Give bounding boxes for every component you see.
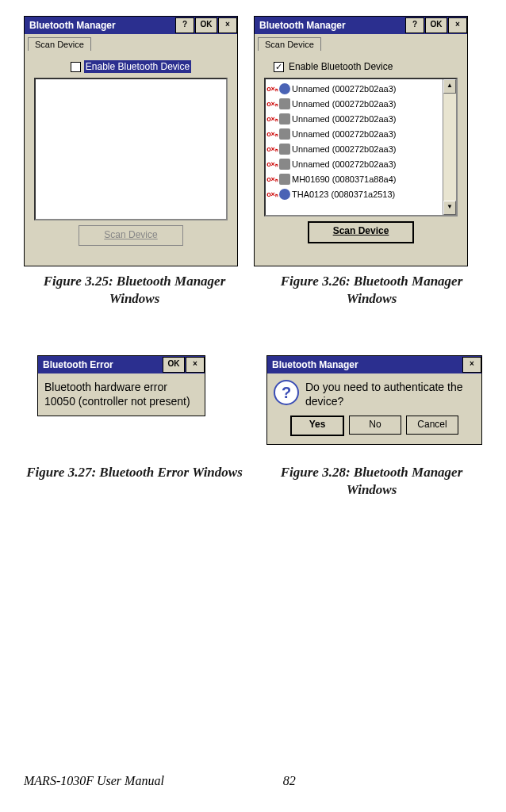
enable-bluetooth-checkbox[interactable]: ✓ — [274, 62, 284, 72]
device-name: Unnamed (000272b02aa3) — [292, 84, 397, 94]
device-type-icon — [279, 128, 290, 140]
titlebar: Bluetooth Error OK × — [38, 356, 205, 373]
device-type-icon — [279, 189, 290, 200]
enable-bluetooth-label: Enable Bluetooth Device — [84, 60, 191, 73]
device-list[interactable]: o×ₙUnnamed (000272b02aa3)o×ₙUnnamed (000… — [264, 78, 458, 216]
device-name: Unnamed (000272b02aa3) — [292, 144, 397, 154]
device-type-icon — [279, 174, 290, 185]
device-type-icon — [279, 113, 290, 124]
ok-button[interactable]: OK — [195, 17, 217, 33]
close-button[interactable]: × — [186, 357, 205, 373]
dialog-title: Bluetooth Error — [43, 359, 113, 370]
fig-3-28-dialog: Bluetooth Manager × ? Do you need to aut… — [266, 355, 482, 444]
signal-icon: o×ₙ — [267, 98, 278, 109]
device-list — [34, 78, 228, 220]
scrollbar[interactable]: ▲ ▼ — [443, 79, 456, 215]
device-list-item[interactable]: o×ₙUnnamed (000272b02aa3) — [266, 96, 443, 111]
figure-caption-3-27: Figure 3.27: Bluetooth Error Windows — [24, 464, 245, 499]
cancel-button[interactable]: Cancel — [406, 416, 458, 435]
page-number: 82 — [283, 774, 296, 788]
device-list-item[interactable]: o×ₙUnnamed (000272b02aa3) — [266, 126, 443, 141]
fig-3-26-window: Bluetooth Manager ? OK × Scan Device ✓ E… — [254, 16, 468, 266]
signal-icon: o×ₙ — [267, 128, 278, 139]
manual-title: MARS-1030F User Manual — [24, 774, 164, 788]
titlebar: Bluetooth Manager ? OK × — [25, 17, 237, 34]
page-footer: MARS-1030F User Manual 82 — [24, 774, 482, 788]
enable-bluetooth-checkbox[interactable] — [71, 62, 81, 72]
dialog-message: Do you need to authenticate the device? — [305, 380, 475, 408]
scroll-up-icon[interactable]: ▲ — [443, 79, 456, 94]
figure-caption-3-28: Figure 3.28: Bluetooth Manager Windows — [261, 464, 482, 499]
ok-button[interactable]: OK — [425, 17, 447, 33]
device-name: Unnamed (000272b02aa3) — [292, 159, 397, 169]
device-list-item[interactable]: o×ₙUnnamed (000272b02aa3) — [266, 111, 443, 126]
tab-scan-device[interactable]: Scan Device — [258, 37, 321, 51]
device-type-icon — [279, 159, 290, 170]
help-button[interactable]: ? — [405, 17, 424, 33]
close-button[interactable]: × — [462, 357, 481, 373]
signal-icon: o×ₙ — [267, 174, 278, 184]
device-name: Unnamed (000272b02aa3) — [292, 129, 397, 139]
titlebar: Bluetooth Manager ? OK × — [255, 17, 467, 34]
signal-icon: o×ₙ — [267, 144, 278, 154]
no-button[interactable]: No — [349, 416, 401, 435]
device-list-item[interactable]: o×ₙUnnamed (000272b02aa3) — [266, 156, 443, 171]
device-name: THA0123 (0080371a2513) — [292, 190, 395, 199]
device-type-icon — [279, 83, 290, 94]
scroll-track[interactable] — [443, 94, 456, 201]
device-name: Unnamed (000272b02aa3) — [292, 114, 397, 124]
device-type-icon — [279, 98, 290, 109]
scan-device-button[interactable]: Scan Device — [308, 221, 414, 243]
figure-caption-3-25: Figure 3.25: Bluetooth Manager Windows — [24, 273, 245, 308]
signal-icon: o×ₙ — [267, 189, 278, 199]
fig-3-27-dialog: Bluetooth Error OK × Bluetooth hardware … — [37, 355, 205, 416]
device-list-item[interactable]: o×ₙMH01690 (0080371a88a4) — [266, 171, 443, 186]
close-button[interactable]: × — [448, 17, 467, 33]
signal-icon: o×ₙ — [267, 83, 278, 94]
question-icon: ? — [274, 380, 299, 405]
device-name: MH01690 (0080371a88a4) — [292, 174, 397, 184]
enable-bluetooth-label: Enable Bluetooth Device — [287, 60, 394, 73]
signal-icon: o×ₙ — [267, 159, 278, 169]
dialog-title: Bluetooth Manager — [272, 359, 358, 370]
fig-3-25-window: Bluetooth Manager ? OK × Scan Device Ena… — [24, 16, 238, 266]
scan-device-button[interactable]: Scan Device — [79, 225, 183, 246]
signal-icon: o×ₙ — [267, 113, 278, 124]
yes-button[interactable]: Yes — [290, 416, 344, 436]
device-list-item[interactable]: o×ₙUnnamed (000272b02aa3) — [266, 141, 443, 156]
help-button[interactable]: ? — [175, 17, 194, 33]
device-type-icon — [279, 144, 290, 155]
scroll-down-icon[interactable]: ▼ — [443, 201, 456, 215]
error-message: Bluetooth hardware error 10050 (controll… — [44, 380, 198, 408]
tab-scan-device[interactable]: Scan Device — [28, 37, 91, 51]
titlebar: Bluetooth Manager × — [267, 356, 481, 373]
device-name: Unnamed (000272b02aa3) — [292, 99, 397, 109]
window-title: Bluetooth Manager — [29, 20, 116, 31]
figure-caption-3-26: Figure 3.26: Bluetooth Manager Windows — [261, 273, 482, 308]
device-list-item[interactable]: o×ₙTHA0123 (0080371a2513) — [266, 186, 443, 201]
close-button[interactable]: × — [218, 17, 237, 33]
device-list-item[interactable]: o×ₙUnnamed (000272b02aa3) — [266, 81, 443, 96]
ok-button[interactable]: OK — [163, 357, 185, 373]
window-title: Bluetooth Manager — [259, 20, 346, 31]
